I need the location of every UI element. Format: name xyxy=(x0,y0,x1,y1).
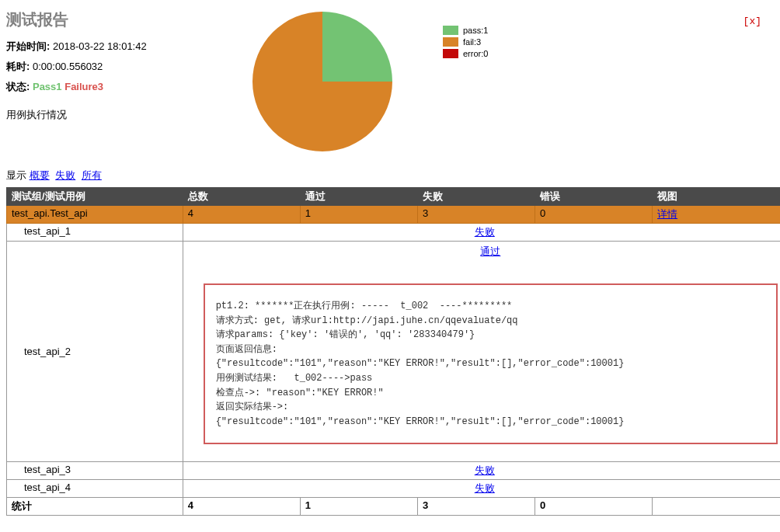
th-error: 错误 xyxy=(535,188,653,206)
case-status-cell: 失败 xyxy=(183,224,780,242)
log-output: pt1.2: *******正在执行用例: ----- t_002 ----**… xyxy=(204,283,778,444)
report-table: 测试组/测试用例 总数 通过 失败 错误 视图 错 test_api.Test_… xyxy=(6,187,780,516)
case-row: test_api_1失败 xyxy=(7,224,781,242)
case-row: test_api_2通过[x]pt1.2: *******正在执行用例: ---… xyxy=(7,242,781,462)
duration-value: 0:00:00.556032 xyxy=(33,61,103,72)
case-detail-cell: 通过[x]pt1.2: *******正在执行用例: ----- t_002 -… xyxy=(183,242,780,462)
legend-item: pass:1 xyxy=(443,26,488,35)
case-name: test_api_1 xyxy=(7,224,183,242)
close-icon[interactable]: [x] xyxy=(743,16,761,27)
case-name: test_api_3 xyxy=(7,462,183,480)
totals-error: 0 xyxy=(535,498,653,516)
group-name: test_api.Test_api xyxy=(7,206,183,224)
legend-label: pass:1 xyxy=(463,26,488,35)
case-status-link[interactable]: 通过 xyxy=(480,245,500,257)
duration-label: 耗时: xyxy=(6,61,30,72)
status-pass: Pass1 xyxy=(33,81,62,92)
case-status-link[interactable]: 失败 xyxy=(475,226,495,238)
totals-total: 4 xyxy=(183,498,300,516)
case-row: test_api_3失败 xyxy=(7,462,781,480)
legend-label: fail:3 xyxy=(463,37,481,47)
totals-pass: 1 xyxy=(300,498,417,516)
show-summary-link[interactable]: 概要 xyxy=(30,169,50,181)
case-name: test_api_2 xyxy=(7,242,183,462)
legend-swatch xyxy=(443,49,458,58)
case-status-link[interactable]: 失败 xyxy=(475,482,495,494)
group-row: test_api.Test_api4130详情 xyxy=(7,206,781,224)
case-status-link[interactable]: 失败 xyxy=(475,464,495,476)
group-pass: 1 xyxy=(300,206,417,224)
show-fail-link[interactable]: 失败 xyxy=(55,169,75,181)
th-fail: 失败 xyxy=(417,188,535,206)
group-fail: 3 xyxy=(417,206,535,224)
th-view: 视图 xyxy=(653,188,780,206)
totals-row: 统计4130 xyxy=(7,498,781,516)
totals-fail: 3 xyxy=(417,498,535,516)
totals-name: 统计 xyxy=(7,498,183,516)
legend-swatch xyxy=(443,37,458,47)
show-filter-line: 显示 概要 失败 所有 xyxy=(6,169,774,183)
case-name: test_api_4 xyxy=(7,480,183,498)
group-view: 详情 xyxy=(653,206,780,224)
table-header-row: 测试组/测试用例 总数 通过 失败 错误 视图 错 xyxy=(7,188,781,206)
pie-chart xyxy=(249,8,396,155)
start-time-label: 开始时间: xyxy=(6,40,50,52)
case-row: test_api_4失败 xyxy=(7,480,781,498)
totals-view xyxy=(653,498,780,516)
legend-item: error:0 xyxy=(443,49,488,58)
start-time-value: 2018-03-22 18:01:42 xyxy=(53,40,147,52)
legend-swatch xyxy=(443,26,458,35)
legend-item: fail:3 xyxy=(443,37,488,47)
case-status-cell: 失败 xyxy=(183,480,780,498)
chart-legend: pass:1fail:3error:0 xyxy=(443,23,488,61)
pie-chart-area: pass:1fail:3error:0 xyxy=(249,8,488,155)
group-total: 4 xyxy=(183,206,300,224)
group-error: 0 xyxy=(535,206,653,224)
legend-label: error:0 xyxy=(463,49,488,58)
case-status-cell: 失败 xyxy=(183,462,780,480)
group-detail-link[interactable]: 详情 xyxy=(657,208,677,220)
show-all-link[interactable]: 所有 xyxy=(82,169,102,181)
status-label: 状态: xyxy=(6,81,30,92)
th-total: 总数 xyxy=(183,188,300,206)
show-label: 显示 xyxy=(6,169,26,181)
th-pass: 通过 xyxy=(300,188,417,206)
status-fail: Failure3 xyxy=(64,81,103,92)
th-name: 测试组/测试用例 xyxy=(7,188,183,206)
